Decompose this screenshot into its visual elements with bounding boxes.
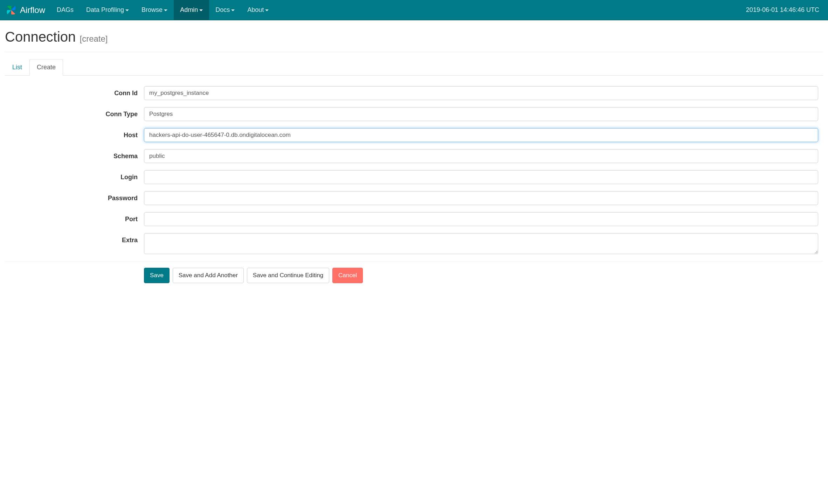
form-group-schema: Schema <box>5 149 823 163</box>
label-password: Password <box>5 195 144 202</box>
password-input[interactable] <box>144 191 818 205</box>
page-title-text: Connection <box>5 29 76 44</box>
connection-form: Conn Id Conn Type Host Schema Login <box>5 86 823 283</box>
tabs: List Create <box>5 59 823 76</box>
form-group-extra: Extra <box>5 233 823 254</box>
nav-label: Admin <box>180 6 198 13</box>
tab-create[interactable]: Create <box>29 59 63 76</box>
label-schema: Schema <box>5 153 144 160</box>
label-extra: Extra <box>5 233 144 244</box>
save-continue-editing-button[interactable]: Save and Continue Editing <box>247 268 329 283</box>
label-login: Login <box>5 174 144 181</box>
tab-list[interactable]: List <box>5 59 29 76</box>
chevron-down-icon <box>125 9 129 11</box>
save-button[interactable]: Save <box>144 268 170 283</box>
tab-label: List <box>12 64 22 71</box>
tab-label: Create <box>37 64 56 71</box>
nav-label: Browse <box>142 6 163 13</box>
conn-id-input[interactable] <box>144 86 818 100</box>
label-port: Port <box>5 216 144 223</box>
form-actions: Save Save and Add Another Save and Conti… <box>5 261 823 283</box>
nav-item-browse[interactable]: Browse <box>135 0 174 20</box>
label-conn-id: Conn Id <box>5 90 144 97</box>
nav-item-docs[interactable]: Docs <box>209 0 241 20</box>
schema-input[interactable] <box>144 149 818 163</box>
form-group-port: Port <box>5 212 823 226</box>
port-input[interactable] <box>144 212 818 226</box>
chevron-down-icon <box>265 9 269 11</box>
navbar-menu: DAGs Data Profiling Browse Admin Docs Ab… <box>50 0 743 20</box>
nav-item-admin[interactable]: Admin <box>174 0 209 20</box>
form-group-conn-type: Conn Type <box>5 107 823 121</box>
main-container: Connection [create] List Create Conn Id … <box>0 20 828 292</box>
nav-item-about[interactable]: About <box>241 0 275 20</box>
form-group-password: Password <box>5 191 823 205</box>
form-group-conn-id: Conn Id <box>5 86 823 100</box>
chevron-down-icon <box>199 9 203 11</box>
nav-label: DAGs <box>57 6 74 13</box>
extra-textarea[interactable] <box>144 233 818 254</box>
save-add-another-button[interactable]: Save and Add Another <box>173 268 244 283</box>
label-conn-type: Conn Type <box>5 111 144 118</box>
nav-item-dags[interactable]: DAGs <box>50 0 80 20</box>
clock: 2019-06-01 14:46:46 UTC <box>743 6 823 14</box>
form-group-login: Login <box>5 170 823 184</box>
brand-text: Airflow <box>20 5 45 15</box>
host-input[interactable] <box>144 128 818 142</box>
nav-label: About <box>247 6 264 13</box>
conn-type-select[interactable] <box>144 107 818 121</box>
divider <box>5 52 823 52</box>
nav-label: Data Profiling <box>86 6 124 13</box>
navbar: Airflow DAGs Data Profiling Browse Admin… <box>0 0 828 20</box>
chevron-down-icon <box>231 9 235 11</box>
chevron-down-icon <box>164 9 167 11</box>
login-input[interactable] <box>144 170 818 184</box>
brand-link[interactable]: Airflow <box>5 4 50 16</box>
form-group-host: Host <box>5 128 823 142</box>
page-subtitle: [create] <box>80 34 108 43</box>
nav-label: Docs <box>215 6 230 13</box>
label-host: Host <box>5 132 144 139</box>
cancel-button[interactable]: Cancel <box>332 268 363 283</box>
airflow-logo-icon <box>5 4 17 16</box>
nav-item-data-profiling[interactable]: Data Profiling <box>80 0 135 20</box>
page-title: Connection [create] <box>5 29 823 45</box>
